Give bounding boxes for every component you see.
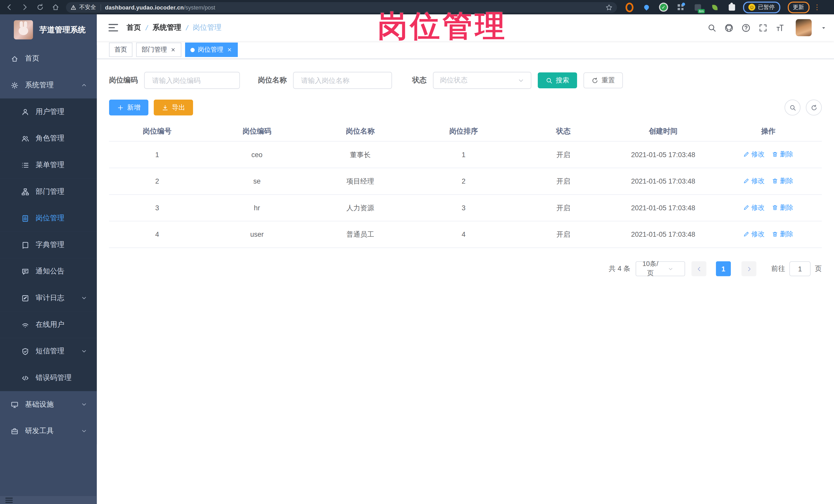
sidebar-item-label: 在线用户 [36,320,97,329]
edit-link[interactable]: 修改 [743,177,765,185]
sidebar-logo[interactable]: 芋道管理系统 [0,14,97,45]
sidebar-item-sms[interactable]: 短信管理 [0,338,97,365]
goto-page-input[interactable] [790,264,810,273]
caret-down-icon[interactable] [821,25,827,30]
delete-link[interactable]: 删除 [772,177,793,185]
badge-icon [21,214,29,222]
add-button[interactable]: 新增 [109,100,148,115]
download-icon [162,104,169,111]
sidebar-item-menus[interactable]: 菜单管理 [0,152,97,178]
prev-page-button[interactable] [692,261,706,276]
puzzle-extensions-menu-icon[interactable] [728,3,736,11]
breadcrumb-item: 岗位管理 [193,23,221,32]
update-label: 更新 [793,3,804,11]
page-number-button[interactable]: 1 [716,261,731,276]
sidebar-item-users[interactable]: 用户管理 [0,98,97,125]
bookmark-star-icon[interactable] [605,3,613,11]
browser-menu-icon[interactable]: ⋮ [813,3,820,11]
sidebar-item-dictionary[interactable]: 字典管理 [0,232,97,258]
font-size-icon[interactable] [775,23,785,32]
cell-name: 项目经理 [309,168,412,195]
prev-arrow-icon [696,266,702,272]
post-name-input[interactable] [300,76,385,85]
edit-link[interactable]: 修改 [743,203,765,212]
cell-name: 人力资源 [309,195,412,221]
browser-back-button[interactable] [5,3,13,11]
cell-sort: 2 [412,168,515,195]
column-header: 岗位名称 [309,122,412,141]
sidebar-item-audit-log[interactable]: 审计日志 [0,285,97,311]
sidebar-item-label: 错误码管理 [36,373,97,382]
gear-icon [10,81,19,89]
status-label: 状态 [412,75,426,85]
chevron-up-icon [81,82,87,88]
sidebar-item-notice[interactable]: 通知公告 [0,258,97,285]
orange-ring-extension-icon[interactable] [626,3,634,11]
delete-link[interactable]: 删除 [772,230,793,239]
cell-sort: 1 [412,141,515,168]
search-icon[interactable] [707,23,717,32]
tab-部门管理[interactable]: 部门管理 [136,43,181,57]
paused-badge[interactable]: ☺ 已暂停 [743,1,780,13]
users-icon [21,134,29,142]
tab-首页[interactable]: 首页 [109,43,132,57]
cell-status: 开启 [515,195,611,221]
refresh-table-button[interactable] [806,100,822,115]
paused-label: 已暂停 [758,3,775,11]
sidebar-item-error-codes[interactable]: 错误码管理 [0,365,97,391]
search-button[interactable]: 搜索 [538,72,577,88]
breadcrumb-separator: / [186,24,188,31]
sprout-extension-icon[interactable] [710,3,719,11]
browser-reload-button[interactable] [36,3,44,11]
page-size-select[interactable]: 10条/页 [636,261,685,276]
cell-created: 2021-01-05 17:03:48 [611,221,715,248]
audit-icon [21,294,29,302]
sidebar-item-roles[interactable]: 角色管理 [0,125,97,152]
sidebar-item-online-users[interactable]: 在线用户 [0,311,97,338]
fullscreen-icon[interactable] [759,23,768,32]
reset-button[interactable]: 重置 [584,72,623,88]
sidebar-item-system[interactable]: 系统管理 [0,72,97,98]
cell-status: 开启 [515,141,611,168]
chevron-down-icon [660,266,680,272]
github-icon[interactable] [724,23,733,32]
breadcrumb-item[interactable]: 系统管理 [152,23,181,32]
tab-岗位管理[interactable]: 岗位管理 [185,43,238,57]
pencil-icon [743,178,750,184]
update-button[interactable]: 更新 [788,1,809,13]
docs-help-icon[interactable] [742,23,751,32]
delete-link[interactable]: 删除 [772,150,793,159]
avatar[interactable] [796,19,812,36]
location-pin-extension-icon[interactable] [642,3,651,11]
cell-operations: 修改删除 [715,168,822,195]
breadcrumb-item[interactable]: 首页 [127,23,141,32]
hamburger-icon[interactable] [5,498,13,503]
next-page-button[interactable] [742,261,756,276]
toggle-search-button[interactable] [785,100,800,115]
terminal-extension-icon[interactable]: 6m [694,3,702,11]
sidebar-item-label: 通知公告 [36,267,97,276]
sidebar-item-home[interactable]: 首页 [0,45,97,72]
sidebar-item-posts[interactable]: 岗位管理 [0,205,97,232]
close-icon[interactable] [170,47,176,52]
extension-icons: ✓6m [626,3,736,11]
sidebar-item-infrastructure[interactable]: 基础设施 [0,391,97,418]
export-button[interactable]: 导出 [154,100,193,115]
delete-link[interactable]: 删除 [772,203,793,212]
sidebar-item-departments[interactable]: 部门管理 [0,178,97,205]
edit-link-label: 修改 [751,230,765,239]
cell-code: ceo [205,141,309,168]
post-code-input[interactable] [151,76,233,85]
close-icon[interactable] [227,47,233,52]
status-select[interactable]: 岗位状态 [433,72,531,89]
sidebar-fold-icon[interactable] [109,24,118,31]
grid-blue-dot-extension-icon[interactable] [677,3,685,11]
user-icon [21,108,29,116]
sidebar-item-dev-tools[interactable]: 研发工具 [0,418,97,444]
browser-home-button[interactable] [51,3,60,11]
edit-link[interactable]: 修改 [743,230,765,239]
edit-link[interactable]: 修改 [743,150,765,159]
green-check-extension-icon[interactable]: ✓ [659,3,667,11]
address-bar[interactable]: 不安全 dashboard.yudao.iocoder.cn /system/p… [66,2,617,12]
browser-forward-button[interactable] [21,3,29,11]
